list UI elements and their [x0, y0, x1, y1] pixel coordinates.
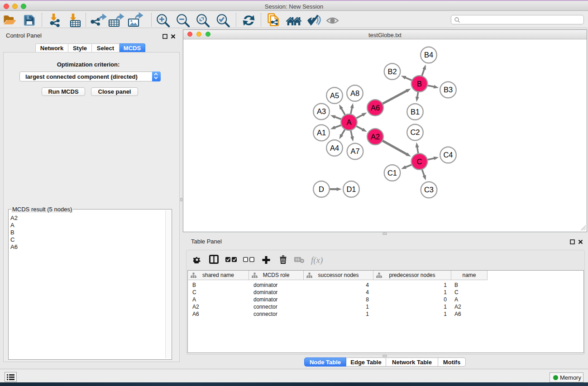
svg-text:A4: A4: [330, 144, 339, 152]
svg-text:A6: A6: [371, 104, 380, 112]
svg-text:A5: A5: [330, 91, 339, 100]
svg-text:B: B: [417, 80, 422, 88]
svg-text:A: A: [346, 118, 351, 126]
svg-text:B1: B1: [411, 108, 420, 116]
svg-text:B2: B2: [387, 67, 397, 76]
svg-text:C2: C2: [410, 128, 420, 136]
svg-text:D: D: [319, 185, 324, 193]
svg-text:C1: C1: [387, 169, 397, 177]
svg-text:A3: A3: [317, 107, 326, 115]
svg-text:C4: C4: [443, 151, 453, 159]
svg-text:A2: A2: [371, 133, 380, 141]
svg-text:C: C: [417, 157, 422, 166]
svg-text:A8: A8: [350, 89, 359, 97]
svg-text:B3: B3: [444, 86, 453, 94]
svg-text:C3: C3: [424, 186, 434, 194]
svg-text:A7: A7: [350, 147, 359, 155]
svg-text:B4: B4: [424, 51, 433, 59]
svg-text:A1: A1: [317, 129, 326, 137]
svg-text:D1: D1: [346, 185, 356, 193]
